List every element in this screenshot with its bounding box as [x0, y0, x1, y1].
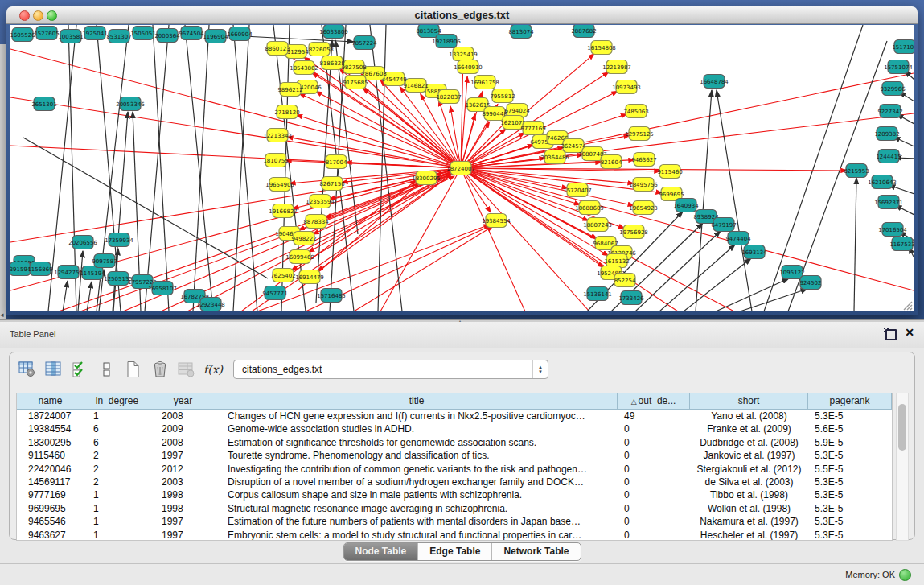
close-panel-button[interactable]: ✕ [905, 326, 914, 339]
network-node[interactable]: 17359934 [105, 233, 133, 247]
network-node[interactable]: 1925041 [82, 27, 107, 40]
table-row[interactable]: 969969511998Structural magnetic resonanc… [17, 502, 892, 515]
network-node[interactable]: 18300295 [412, 171, 441, 185]
network-node[interactable]: 20364486 [540, 150, 569, 164]
network-canvas[interactable]: 1872400718300295193845541588520914682184… [10, 25, 914, 311]
table-row[interactable]: 2242004622012Investigating the contribut… [17, 463, 892, 476]
column-header-name[interactable]: name [17, 393, 84, 410]
network-node[interactable]: 16154808 [587, 41, 616, 55]
network-node[interactable]: 12975125 [625, 127, 654, 141]
network-node[interactable]: 8215953 [844, 164, 869, 178]
network-node[interactable]: 9146821 [403, 79, 428, 93]
network-node[interactable]: 12942757 [54, 266, 83, 279]
network-node[interactable]: 16033809 [319, 25, 348, 39]
network-node[interactable]: 1527605 [34, 27, 59, 40]
column-header-out-de-[interactable]: △out_de... [618, 393, 690, 410]
network-node[interactable]: 8860123 [265, 42, 290, 56]
network-node[interactable]: 9175685 [343, 76, 368, 89]
table-options-button[interactable] [16, 358, 39, 381]
float-panel-button[interactable] [885, 329, 897, 340]
network-node[interactable]: 9777169 [520, 122, 545, 135]
tab-network-table[interactable]: Network Table [491, 543, 580, 560]
network-node[interactable]: 16210643 [868, 175, 897, 189]
network-node[interactable]: 16640910 [454, 60, 483, 74]
network-node[interactable]: 15692371 [874, 196, 903, 209]
network-node[interactable]: 19384554 [482, 214, 511, 228]
network-node[interactable]: 7857224 [351, 36, 377, 50]
network-node[interactable]: 19654905 [265, 178, 294, 192]
network-node[interactable]: 7485063 [623, 105, 648, 118]
network-node[interactable]: 1733426 [618, 291, 644, 305]
column-header-in-degree[interactable]: in_degree [84, 393, 150, 410]
network-node[interactable]: 9457771 [262, 286, 287, 300]
show-columns-button[interactable] [43, 358, 65, 381]
network-node[interactable]: 6479197 [711, 218, 736, 232]
column-header-year[interactable]: year [150, 393, 216, 410]
table-row[interactable]: 946362711997Embryonic stem cells: a mode… [17, 529, 892, 541]
table-scrollbar[interactable] [896, 393, 909, 541]
network-node[interactable]: 8531307 [106, 30, 131, 43]
network-node[interactable]: 12353594 [306, 195, 335, 208]
network-node[interactable]: 9227342 [877, 105, 902, 118]
network-node[interactable]: 817004 [326, 155, 347, 169]
network-node[interactable]: 19756928 [619, 225, 648, 239]
network-node[interactable]: 16914479 [295, 270, 324, 284]
network-node[interactable]: 16961758 [470, 76, 499, 89]
network-node[interactable]: 821604 [601, 155, 622, 169]
network-node[interactable]: 1209382 [874, 127, 899, 141]
network-node[interactable]: 9674504 [179, 27, 204, 40]
network-node[interactable]: 9896212 [277, 83, 302, 97]
network-node[interactable]: 20206556 [68, 236, 97, 249]
network-node[interactable]: 20053346 [116, 97, 145, 111]
network-node[interactable]: 1810755 [263, 154, 288, 167]
network-node[interactable]: 16958107 [148, 282, 177, 295]
table-row[interactable]: 1830029562008Estimation of significance … [17, 436, 892, 449]
network-node[interactable]: 12923448 [196, 298, 225, 311]
table-row[interactable]: 911546021997Tourette syndrome. Phenomeno… [17, 449, 892, 462]
network-node[interactable]: 15720407 [563, 183, 592, 197]
network-node[interactable]: 1167533 [889, 237, 914, 251]
network-node[interactable]: 1517104 [892, 40, 914, 54]
network-node[interactable]: 9827508 [341, 60, 366, 74]
network-node[interactable]: 9463627 [631, 153, 656, 167]
scrollbar-thumb[interactable] [898, 404, 906, 451]
network-node[interactable]: 1003581 [58, 30, 83, 43]
network-node[interactable]: 9474404 [725, 232, 751, 245]
table-select-dropdown[interactable]: citations_edges.txt ▲▼ [233, 360, 548, 379]
network-node[interactable]: 1244415 [876, 150, 901, 163]
network-node[interactable]: 2651301 [31, 97, 56, 111]
network-node[interactable]: 2887682 [571, 25, 596, 38]
network-node[interactable]: 1505051 [130, 27, 155, 40]
tab-edge-table[interactable]: Edge Table [417, 543, 491, 560]
column-checklist-button[interactable] [69, 358, 92, 381]
network-node[interactable]: 8878334 [303, 215, 329, 229]
network-node[interactable]: 8813074 [508, 25, 534, 39]
network-node[interactable]: 13325419 [449, 47, 478, 61]
network-node[interactable]: 1605526 [10, 28, 35, 42]
control-panel-collapsed-strip[interactable]: ◂ [0, 44, 6, 319]
network-node[interactable]: 15136141 [583, 287, 612, 301]
delete-table-button[interactable] [175, 358, 198, 381]
network-node[interactable]: 17016504 [878, 223, 907, 237]
network-node[interactable]: 12213987 [602, 60, 631, 74]
network-node[interactable]: 8267150 [319, 177, 344, 191]
network-node[interactable]: 1693134 [741, 245, 767, 259]
network-node[interactable]: 10973493 [612, 80, 641, 94]
network-node[interactable]: 15751074 [884, 60, 913, 74]
table-row[interactable]: 946554611997Estimation of the future num… [17, 515, 892, 528]
table-row[interactable]: 977716911998Corpus callosum shape and si… [17, 488, 892, 501]
network-node[interactable]: 10543862 [290, 61, 318, 75]
function-builder-button[interactable]: f(x) [202, 358, 224, 381]
network-node[interactable]: 9097587 [92, 254, 117, 268]
table-row[interactable]: 1456911722003Disruption of a novel membe… [17, 476, 892, 488]
network-node[interactable]: 924502 [800, 276, 822, 290]
tab-node-table[interactable]: Node Table [343, 543, 417, 560]
network-node[interactable]: 19166827 [269, 204, 298, 218]
network-node[interactable]: 19218906 [432, 35, 461, 48]
network-window-titlebar[interactable]: citations_edges.txt [6, 6, 918, 24]
network-node[interactable]: 16648784 [700, 75, 729, 89]
delete-trash-button[interactable] [149, 358, 171, 381]
network-node[interactable]: 16099469 [285, 250, 314, 264]
table-row[interactable]: 1872400712008Changes of HCN gene express… [17, 410, 892, 422]
network-node[interactable]: 19654923 [629, 201, 658, 215]
